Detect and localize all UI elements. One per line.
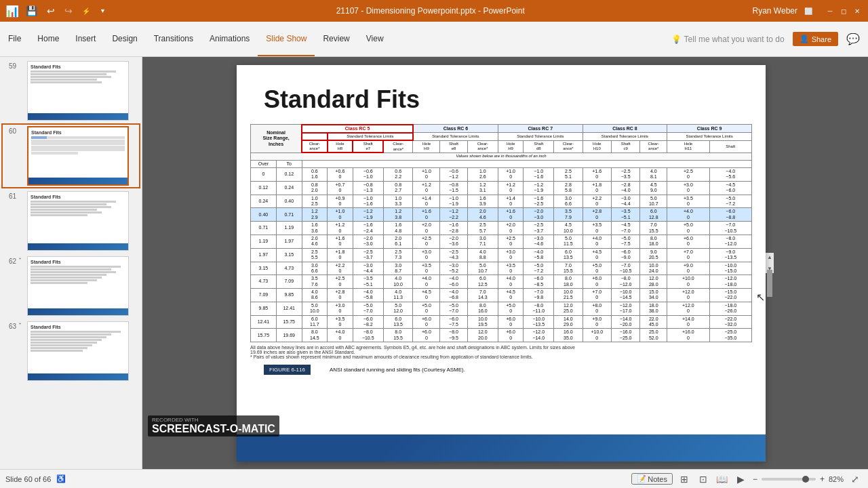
table-row: 4.737.09 3.57.6+2.50−3.5−5.1 4.010.0+4.0… [251,275,752,289]
title-bar-right: Ryan Weber ⬜ ─ ◻ ✕ [753,5,863,16]
notes-button[interactable]: 📝 Notes [631,473,673,485]
table-row: 0.711.19 1.63.6+1.20−1.6−2.4 1.64.8+2.00… [251,222,752,235]
slide-thumb-63: Standard Fits [27,321,129,381]
class-rc6-header: Class RC 6 [413,125,498,133]
undo-btn[interactable]: ↩ [44,4,58,18]
slide-area: Standard Fits NominalSize Range,Inches C… [142,57,868,469]
slide-item-60[interactable]: 60 Standard Fits [3,125,139,187]
app-icon: 📊 [5,5,19,18]
table-wrapper: NominalSize Range,Inches Class RC 5 Clas… [237,124,766,343]
slide-item-61[interactable]: 61 Standard Fits [3,190,139,252]
table-row: 3.154.73 3.06.6+2.20−3.0−4.4 3.08.7+3.50… [251,262,752,275]
footnotes: All data above heavy lines are in accord… [250,345,752,359]
restore-btn[interactable]: ⬜ [803,5,814,16]
main-area: 59 Standard Fits 60 [0,57,868,469]
scroll-thumb[interactable] [767,270,772,297]
rc-fits-table: NominalSize Range,Inches Class RC 5 Clas… [250,124,752,343]
slide-thumb-61: Standard Fits [27,191,129,251]
slide-main: Standard Fits NominalSize Range,Inches C… [237,65,766,462]
class-rc5-header: Class RC 5 [302,125,413,133]
qat-dropdown[interactable]: ▼ [97,6,108,16]
normal-view-button[interactable]: ⊞ [677,472,692,487]
slide-blue-bar [237,434,766,462]
right-scrollbar[interactable]: ▲ ▼ [766,253,774,273]
tab-slideshow[interactable]: Slide Show [258,22,315,56]
maximize-btn[interactable]: ◻ [838,5,849,16]
class-rc7-header: Class RC 7 [498,125,583,133]
tab-file[interactable]: File [0,22,29,56]
slide-thumb-62: Standard Fits [27,256,129,316]
minimize-btn[interactable]: ─ [825,5,835,16]
ribbon-tabs: File Home Insert Design Transitions Anim… [0,22,392,56]
slide-item-63[interactable]: 63 * Standard Fits [3,320,139,382]
fit-slide-button[interactable]: ⤢ [848,472,863,487]
zoom-level: 82% [829,475,844,483]
slideshow-view-button[interactable]: ▶ [734,472,749,487]
tab-animations[interactable]: Animations [201,22,258,56]
redo-btn[interactable]: ↪ [62,4,75,18]
title-bar: 📊 💾 ↩ ↪ ⚡ ▼ 21107 - Dimensioning Powerpo… [0,0,868,22]
tab-home[interactable]: Home [29,22,67,56]
nominal-header: NominalSize Range,Inches [251,125,302,153]
scroll-up-arrow[interactable]: ▲ [767,253,772,262]
slide-panel: 59 Standard Fits 60 [0,57,142,469]
class-rc8-header: Class RC 8 [583,125,667,133]
ribbon-right: 👤 Share 💬 [793,31,868,47]
close-btn[interactable]: ✕ [852,5,863,16]
slide-item-62[interactable]: 62 * Standard Fits [3,255,139,317]
slide-count: Slide 60 of 66 [5,475,51,483]
ribbon: File Home Insert Design Transitions Anim… [0,22,868,57]
accessible-icon: ♿ [56,474,66,483]
tab-insert[interactable]: Insert [67,22,104,56]
zoom-thumb[interactable] [802,476,809,483]
watermark: RECORDED WITH SCREENCAST-O-MATIC [148,415,279,436]
slide-title: Standard Fits [237,65,766,124]
save-btn[interactable]: 💾 [23,4,40,18]
zoom-in-icon[interactable]: + [820,474,825,484]
window-title: 21107 - Dimensioning Powerpoint.pptx - P… [108,6,753,16]
tab-design[interactable]: Design [104,22,145,56]
ribbon-search[interactable]: 💡 Tell me what you want to do [663,35,793,44]
reading-view-button[interactable]: 📖 [715,472,730,487]
figure-caption-row: FIGURE 6-116 ANSI standard running and s… [250,362,752,378]
quick-access-btn[interactable]: ⚡ [79,6,93,16]
slide-sorter-button[interactable]: ⊡ [696,472,711,487]
slide-thumb-59: Standard Fits [27,61,129,121]
table-row: 0.240.40 1.02.5+0.90−1.0−1.6 1.03.3+1.40… [251,195,752,208]
table-row: 0.120.24 0.82.0+0.70−0.8−1.3 0.82.7+1.20… [251,181,752,195]
status-left: Slide 60 of 66 ♿ [5,474,66,483]
share-button[interactable]: 👤 Share [793,32,838,46]
status-bar: Slide 60 of 66 ♿ 📝 Notes ⊞ ⊡ 📖 ▶ − + 82%… [0,469,868,488]
share-icon: 👤 [800,35,809,43]
table-row: 12.4115.75 6.011.7+3.50−6.0−8.2 6.013.5+… [251,315,752,329]
figure-caption-text: ANSI standard running and sliding fits (… [330,367,465,373]
table-row: OverTo [251,160,752,167]
table-row: 0.400.71 1.22.9+1.00−1.2−1.9 1.23.8+1.60… [251,208,752,222]
tab-review[interactable]: Review [315,22,357,56]
title-bar-left: 📊 💾 ↩ ↪ ⚡ ▼ [5,4,108,18]
zoom-slider[interactable] [762,478,816,481]
table-row: 7.099.85 4.08.6+2.80−4.0−5.8 4.011.3+4.5… [251,289,752,302]
table-row: 9.8512.41 5.010.0+3.00−5.0−7.0 5.012.0+5… [251,302,752,315]
notes-icon: 📝 [637,474,646,483]
status-right: 📝 Notes ⊞ ⊡ 📖 ▶ − + 82% ⤢ [631,472,863,487]
tab-transitions[interactable]: Transitions [146,22,201,56]
slide-thumb-60: Standard Fits [27,126,129,186]
slide-item-59[interactable]: 59 Standard Fits [3,60,139,122]
table-row: 15.7519.69 8.014.5+4.00−8.0−10.5 8.015.5… [251,329,752,342]
lightbulb-icon: 💡 [671,35,682,44]
class-rc9-header: Class RC 9 [667,125,752,133]
zoom-out-icon[interactable]: − [753,474,757,484]
tab-view[interactable]: View [358,22,392,56]
table-row: 1.191.97 2.04.6+1.60−2.0−3.0 2.06.1+2.50… [251,235,752,248]
comment-button[interactable]: 💬 [844,31,863,47]
user-name: Ryan Weber [753,6,797,16]
table-row: 1.973.15 2.55.5+1.80−2.5−3.7 2.57.3+3.00… [251,248,752,262]
table-row: 00.12 0.61.6+0.60−0.6−1.0 0.62.2+1.00−0.… [251,168,752,182]
figure-label: FIGURE 6-116 [264,365,311,375]
